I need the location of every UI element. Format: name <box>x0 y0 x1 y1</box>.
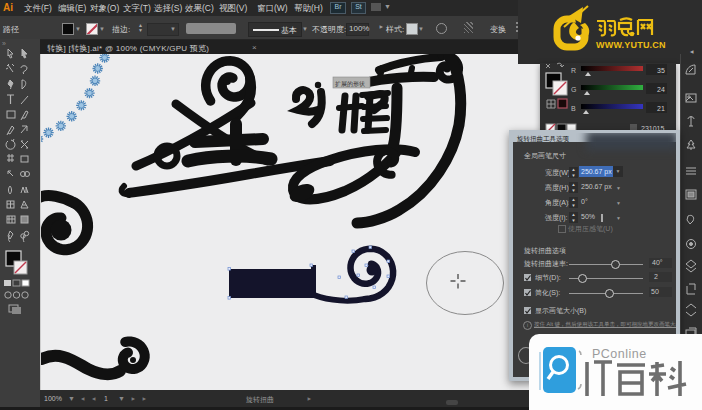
svg-text:24: 24 <box>657 86 665 93</box>
svg-text:B: B <box>571 105 576 112</box>
svg-text:G: G <box>571 86 576 93</box>
svg-text:R: R <box>571 67 576 74</box>
svg-text:21: 21 <box>657 105 665 112</box>
svg-text:35: 35 <box>657 67 665 74</box>
svg-text:WWW.YUTU.CN: WWW.YUTU.CN <box>596 40 666 50</box>
svg-text:PConline: PConline <box>592 347 647 361</box>
svg-text:扩展的形状: 扩展的形状 <box>335 80 365 88</box>
